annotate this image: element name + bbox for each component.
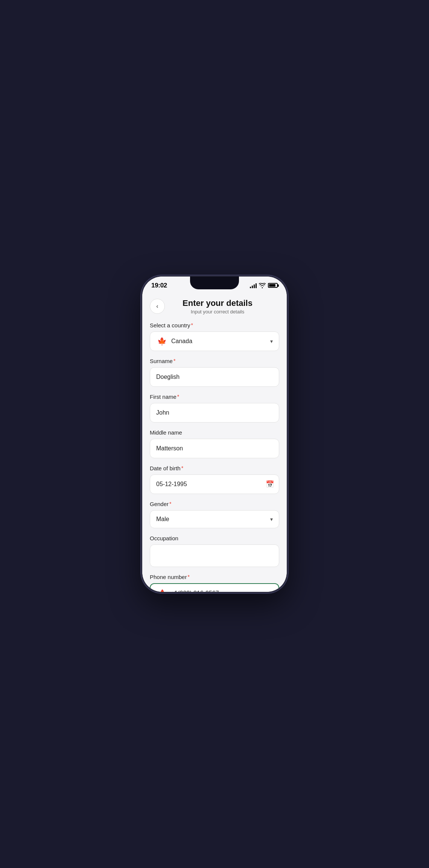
signal-icon <box>250 283 257 288</box>
gender-required-star: * <box>169 501 171 507</box>
country-field-group: Select a country* 🍁 Canada ▾ <box>150 322 279 351</box>
firstname-required-star: * <box>177 394 179 400</box>
dob-input[interactable] <box>150 474 279 494</box>
country-required-star: * <box>191 322 193 328</box>
firstname-input[interactable] <box>150 403 279 423</box>
phone-input-wrapper[interactable]: 🍁 <box>150 583 279 592</box>
status-time: 19:02 <box>151 282 167 289</box>
header-text: Enter your details Input your correct de… <box>171 298 279 315</box>
surname-field-group: Surname* <box>150 358 279 387</box>
middlename-field-group: Middle name <box>150 429 279 458</box>
page-header: ‹ Enter your details Input your correct … <box>142 292 287 322</box>
page-subtitle: Input your correct details <box>171 309 264 315</box>
gender-field-group: Gender* Male ▾ <box>150 501 279 528</box>
form-container: Select a country* 🍁 Canada ▾ Surname* <box>142 322 287 592</box>
surname-input[interactable] <box>150 367 279 387</box>
country-value: Canada <box>171 338 192 345</box>
country-label: Select a country* <box>150 322 279 328</box>
chevron-down-icon: ▾ <box>270 338 273 344</box>
canada-flag-icon: 🍁 <box>156 337 167 345</box>
occupation-input[interactable] <box>150 544 279 567</box>
phone-required-star: * <box>187 574 189 580</box>
dob-field-group: Date of birth* 📅 <box>150 465 279 494</box>
notch <box>190 277 239 289</box>
surname-label: Surname* <box>150 358 279 364</box>
page-title: Enter your details <box>171 298 264 308</box>
middlename-label: Middle name <box>150 429 279 436</box>
phone-screen: 19:02 <box>142 277 287 592</box>
battery-icon <box>268 283 278 288</box>
occupation-field-group: Occupation <box>150 535 279 567</box>
dob-label: Date of birth* <box>150 465 279 471</box>
phone-frame: 19:02 <box>141 275 288 593</box>
dob-required-star: * <box>181 465 183 471</box>
gender-value: Male <box>156 516 169 523</box>
gender-chevron-icon: ▾ <box>270 516 273 522</box>
phone-input[interactable] <box>171 590 272 592</box>
back-chevron-icon: ‹ <box>156 303 158 309</box>
country-select[interactable]: 🍁 Canada ▾ <box>150 331 279 351</box>
middlename-input[interactable] <box>150 439 279 458</box>
firstname-field-group: First name* <box>150 394 279 423</box>
phone-flag-icon: 🍁 <box>157 589 168 592</box>
calendar-icon[interactable]: 📅 <box>266 480 274 488</box>
status-icons <box>250 283 278 288</box>
gender-select[interactable]: Male ▾ <box>150 510 279 528</box>
back-button[interactable]: ‹ <box>150 299 165 314</box>
dob-wrapper: 📅 <box>150 474 279 494</box>
firstname-label: First name* <box>150 394 279 400</box>
surname-required-star: * <box>173 358 175 364</box>
occupation-label: Occupation <box>150 535 279 541</box>
gender-label: Gender* <box>150 501 279 507</box>
phone-field-group: Phone number* 🍁 <box>150 574 279 592</box>
screen-content[interactable]: ‹ Enter your details Input your correct … <box>142 292 287 592</box>
phone-label: Phone number* <box>150 574 279 580</box>
wifi-icon <box>259 283 266 288</box>
